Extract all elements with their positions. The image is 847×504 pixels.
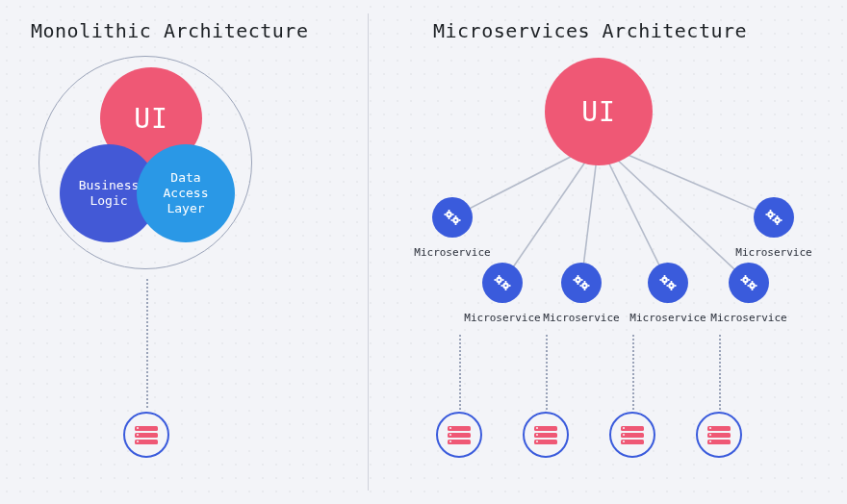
svg-rect-71 [770,217,772,219]
svg-rect-52 [667,285,669,287]
svg-point-67 [769,214,771,215]
svg-line-4 [599,142,749,283]
monolith-server-connector [146,279,148,408]
microservice-label: Microservice [414,246,490,259]
svg-rect-75 [777,223,779,225]
svg-rect-65 [756,285,757,287]
svg-rect-58 [745,275,747,277]
svg-rect-23 [499,283,500,285]
svg-point-31 [577,279,578,281]
ms-server-connector [459,335,461,410]
svg-rect-59 [745,283,747,285]
svg-rect-14 [455,215,457,217]
svg-rect-22 [499,275,500,277]
gears-icon [570,271,593,294]
gears-icon [737,271,760,294]
microservice-label: Microservice [710,312,786,324]
svg-rect-35 [578,283,579,285]
gears-icon [762,206,785,229]
svg-rect-17 [459,219,461,221]
svg-rect-62 [752,281,754,283]
microservice-node [482,263,523,303]
svg-rect-26 [505,281,507,283]
svg-rect-70 [770,210,772,212]
microservice-server-icon [436,412,482,458]
svg-rect-49 [668,279,670,281]
svg-point-45 [670,285,672,287]
gears-icon [441,206,464,229]
svg-rect-11 [449,217,450,219]
microservice-node [561,263,602,303]
svg-rect-38 [584,281,586,283]
svg-rect-40 [580,285,582,287]
microservices-ui-circle: UI [545,58,653,165]
svg-rect-72 [766,214,768,215]
svg-rect-13 [452,214,454,215]
microservice-label: Microservice [735,246,811,259]
svg-rect-10 [449,210,450,212]
svg-rect-28 [501,285,503,287]
svg-rect-15 [455,223,457,225]
svg-rect-16 [451,219,453,221]
svg-point-9 [454,219,456,221]
svg-point-21 [504,285,506,287]
svg-rect-27 [505,289,507,290]
svg-rect-53 [675,285,677,287]
svg-rect-41 [588,285,590,287]
svg-rect-46 [664,275,666,277]
microservice-node [648,263,688,303]
svg-point-69 [776,219,778,221]
svg-rect-73 [774,214,776,215]
right-title: Microservices Architecture [433,19,747,42]
svg-point-33 [583,285,585,287]
svg-rect-47 [664,283,666,285]
left-title: Monolithic Architecture [31,19,308,42]
microservices-ui-label: UI [581,95,616,129]
monolith-data-circle: DataAccessLayer [137,144,235,242]
gears-icon [656,271,680,294]
microservice-label: Microservice [629,312,706,324]
microservice-node [754,197,794,238]
monolith-business-label: BusinessLogic [79,178,140,210]
svg-rect-51 [671,289,673,290]
svg-rect-39 [584,289,586,290]
panel-divider [368,13,369,491]
svg-rect-25 [502,279,504,281]
svg-rect-37 [581,279,583,281]
ms-server-connector [632,335,634,410]
svg-rect-36 [574,279,576,281]
svg-rect-34 [578,275,579,277]
microservice-node [729,263,769,303]
svg-point-57 [751,285,753,287]
svg-rect-76 [773,219,775,221]
svg-rect-61 [749,279,751,281]
svg-rect-77 [781,219,783,221]
svg-rect-24 [495,279,497,281]
svg-rect-74 [777,215,779,217]
ms-server-connector [719,335,721,410]
svg-point-55 [744,279,746,281]
svg-rect-50 [671,281,673,283]
monolith-data-label: DataAccessLayer [164,170,209,217]
monolith-ui-label: UI [134,102,168,136]
ms-server-connector [546,335,548,410]
svg-point-43 [663,279,665,281]
monolith-server-icon [123,412,169,458]
microservice-label: Microservice [464,312,540,324]
microservice-server-icon [609,412,655,458]
svg-rect-12 [445,214,447,215]
svg-rect-29 [509,285,511,287]
svg-point-7 [448,214,449,215]
microservice-label: Microservice [543,312,619,324]
svg-rect-64 [748,285,750,287]
microservice-node [432,197,473,238]
svg-rect-48 [660,279,662,281]
microservice-server-icon [696,412,742,458]
svg-rect-63 [752,289,754,290]
svg-point-19 [498,279,500,281]
svg-rect-60 [741,279,743,281]
gears-icon [491,271,514,294]
microservice-server-icon [523,412,569,458]
